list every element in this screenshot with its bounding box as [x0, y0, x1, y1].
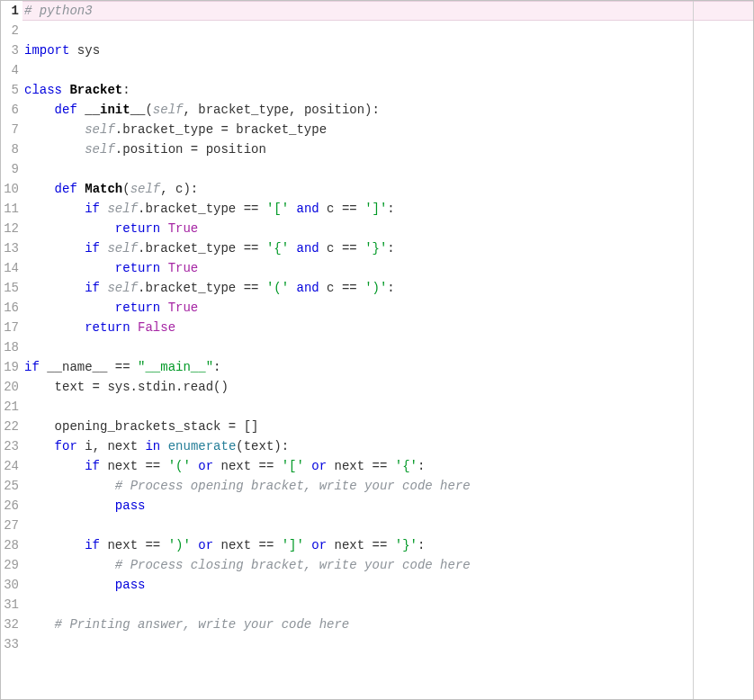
line-number: 31: [1, 595, 21, 615]
code-token: [24, 558, 115, 572]
code-token: :: [417, 459, 425, 473]
code-line[interactable]: if self.bracket_type == '[' and c == ']'…: [22, 199, 753, 219]
line-number: 12: [1, 219, 21, 238]
code-token: [77, 103, 85, 117]
code-line[interactable]: [22, 60, 753, 80]
code-editor[interactable]: 1234567891011121314151617181920212223242…: [1, 1, 753, 699]
code-line[interactable]: return True: [22, 219, 753, 238]
code-token: [24, 142, 85, 157]
code-line[interactable]: if __name__ == "__main__":: [22, 357, 753, 377]
line-number: 9: [1, 159, 21, 179]
code-token: c ==: [319, 202, 364, 216]
line-number: 8: [1, 139, 21, 159]
code-line[interactable]: return True: [22, 258, 753, 278]
code-token: class: [24, 83, 62, 97]
code-token: .bracket_type ==: [138, 241, 266, 256]
code-line[interactable]: [22, 516, 753, 535]
code-area[interactable]: # python3import sysclass Bracket: def __…: [22, 1, 753, 699]
code-line[interactable]: [22, 397, 753, 417]
code-token: [160, 439, 167, 453]
code-token: # Process closing bracket, write your co…: [115, 558, 471, 572]
code-token: self: [153, 103, 184, 117]
code-token: enumerate: [168, 439, 237, 453]
line-number: 5: [1, 80, 21, 100]
code-line[interactable]: self.position = position: [22, 139, 753, 159]
code-token: .bracket_type ==: [138, 281, 266, 295]
code-token: '(': [266, 281, 289, 295]
line-number: 11: [1, 199, 21, 219]
code-token: :: [213, 360, 220, 374]
code-token: self: [107, 202, 138, 216]
code-token: [289, 202, 296, 216]
line-number: 7: [1, 120, 21, 139]
code-token: '}': [395, 538, 417, 552]
line-number: 33: [1, 634, 21, 654]
code-line[interactable]: [22, 595, 753, 615]
code-token: .bracket_type = bracket_type: [115, 122, 327, 137]
code-line[interactable]: [22, 21, 753, 40]
code-line[interactable]: if next == ')' or next == ']' or next ==…: [22, 535, 753, 555]
code-token: # python3: [24, 4, 93, 18]
code-line[interactable]: return True: [22, 298, 753, 318]
code-token: or: [198, 459, 213, 473]
line-number: 16: [1, 298, 21, 318]
code-token: opening_brackets_stack = []: [24, 419, 258, 434]
code-line[interactable]: opening_brackets_stack = []: [22, 417, 753, 436]
code-token: if: [85, 538, 100, 552]
code-token: [24, 182, 55, 196]
code-token: # Process opening bracket, write your co…: [115, 479, 471, 493]
line-number: 10: [1, 179, 21, 199]
code-token: ')': [168, 538, 191, 552]
code-line[interactable]: for i, next in enumerate(text):: [22, 436, 753, 456]
line-number: 19: [1, 357, 21, 377]
line-number: 6: [1, 100, 21, 120]
code-token: [24, 122, 85, 137]
code-token: import: [24, 43, 69, 58]
code-token: next ==: [213, 459, 282, 473]
code-token: :: [387, 281, 394, 295]
code-line[interactable]: return False: [22, 318, 753, 337]
code-token: and: [297, 281, 319, 295]
code-token: pass: [115, 498, 146, 513]
code-line[interactable]: self.bracket_type = bracket_type: [22, 120, 753, 139]
code-token: sys: [69, 43, 100, 58]
code-token: and: [297, 241, 319, 256]
line-number: 26: [1, 496, 21, 516]
code-token: if: [85, 202, 100, 216]
code-line[interactable]: def Match(self, c):: [22, 179, 753, 199]
code-token: i, next: [77, 439, 146, 453]
code-token: pass: [115, 578, 146, 592]
line-number: 17: [1, 318, 21, 337]
line-number: 23: [1, 436, 21, 456]
code-line[interactable]: [22, 337, 753, 357]
code-token: if: [85, 241, 100, 256]
code-token: return: [115, 301, 160, 315]
code-line[interactable]: def __init__(self, bracket_type, positio…: [22, 100, 753, 120]
code-line[interactable]: text = sys.stdin.read(): [22, 377, 753, 397]
code-line[interactable]: [22, 159, 753, 179]
code-line[interactable]: if self.bracket_type == '(' and c == ')'…: [22, 278, 753, 298]
code-token: return: [115, 261, 160, 275]
code-token: self: [85, 142, 115, 157]
code-line[interactable]: # Process closing bracket, write your co…: [22, 555, 753, 575]
code-line[interactable]: if next == '(' or next == '[' or next ==…: [22, 456, 753, 476]
code-token: :: [122, 83, 130, 97]
line-number: 1: [1, 1, 21, 21]
code-line[interactable]: # Process opening bracket, write your co…: [22, 476, 753, 496]
code-token: and: [297, 202, 319, 216]
code-line[interactable]: # Printing answer, write your code here: [22, 615, 753, 634]
code-token: if: [24, 360, 40, 374]
code-line[interactable]: if self.bracket_type == '{' and c == '}'…: [22, 238, 753, 258]
code-token: next ==: [327, 459, 395, 473]
code-line[interactable]: # python3: [22, 1, 753, 21]
code-line[interactable]: [22, 634, 753, 654]
code-token: return: [85, 320, 130, 335]
code-token: True: [168, 301, 199, 315]
code-token: or: [311, 538, 327, 552]
code-line[interactable]: pass: [22, 575, 753, 595]
line-number: 18: [1, 337, 21, 357]
code-line[interactable]: import sys: [22, 40, 753, 60]
code-line[interactable]: pass: [22, 496, 753, 516]
code-token: ')': [364, 281, 387, 295]
code-line[interactable]: class Bracket:: [22, 80, 753, 100]
